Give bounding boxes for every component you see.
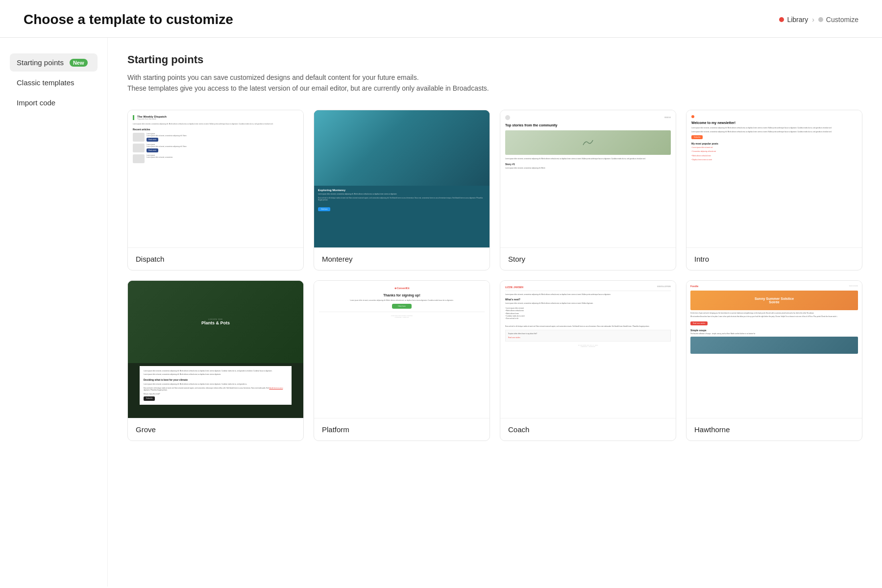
main-content: Starting points With starting points you… xyxy=(108,38,882,587)
template-name-hawthorne: Hawthorne xyxy=(686,418,862,441)
top-bar: Choose a template to customize Library ›… xyxy=(0,0,882,38)
template-name-grove: Grove xyxy=(128,418,303,441)
content-desc-line1: With starting points you can save custom… xyxy=(127,74,419,81)
customize-dot-icon xyxy=(818,17,823,22)
library-label[interactable]: Library xyxy=(787,16,808,24)
template-card-grove[interactable]: LESSON ONE Plants & Pots Lorem ipsum dol… xyxy=(127,280,304,441)
template-card-monterey[interactable]: Exploring Monterey Lorem ipsum dolor sit… xyxy=(314,110,490,270)
template-card-hawthorne[interactable]: Foodie Read in browser Sunny Summer Sols… xyxy=(686,280,862,441)
template-card-platform[interactable]: ⊕ ConvertKit Thanks for signing up! Lore… xyxy=(314,280,490,441)
breadcrumb-chevron-icon: › xyxy=(812,16,814,24)
page-title: Choose a template to customize xyxy=(24,12,233,27)
sidebar-item-starting-points[interactable]: Starting points New xyxy=(10,53,98,72)
breadcrumb-customize: Customize xyxy=(818,16,858,24)
template-preview-story: ISSUE 40 Top stories from the community … xyxy=(500,110,676,247)
template-name-story: Story xyxy=(500,247,676,270)
content-description: With starting points you can save custom… xyxy=(127,72,862,94)
template-name-platform: Platform xyxy=(314,418,490,441)
template-name-monterey: Monterey xyxy=(314,247,490,270)
library-dot-icon xyxy=(779,17,784,22)
templates-grid: The Weekly Dispatch Top posts from this … xyxy=(127,110,862,441)
template-preview-grove: LESSON ONE Plants & Pots Lorem ipsum dol… xyxy=(128,281,303,418)
sidebar-item-classic-templates[interactable]: Classic templates xyxy=(10,74,98,92)
template-preview-monterey: Exploring Monterey Lorem ipsum dolor sit… xyxy=(314,110,490,247)
template-card-story[interactable]: ISSUE 40 Top stories from the community … xyxy=(500,110,676,270)
content-desc-line2: These templates give you access to the l… xyxy=(127,84,489,92)
template-preview-coach: LIZZIE JANSEN EVENTS & OFFERS Lorem ipsu… xyxy=(500,281,676,418)
sidebar-item-label-starting-points: Starting points xyxy=(17,58,64,67)
template-preview-hawthorne: Foodie Read in browser Sunny Summer Sols… xyxy=(686,281,862,418)
template-name-intro: Intro xyxy=(686,247,862,270)
sidebar-item-label-import-code: Import code xyxy=(17,98,55,107)
template-preview-dispatch: The Weekly Dispatch Top posts from this … xyxy=(128,110,303,247)
main-layout: Starting points New Classic templates Im… xyxy=(0,38,882,587)
template-card-coach[interactable]: LIZZIE JANSEN EVENTS & OFFERS Lorem ipsu… xyxy=(500,280,676,441)
template-name-coach: Coach xyxy=(500,418,676,441)
sidebar: Starting points New Classic templates Im… xyxy=(0,38,108,587)
sidebar-badge-new: New xyxy=(70,59,88,67)
sidebar-item-import-code[interactable]: Import code xyxy=(10,94,98,112)
template-preview-intro: Welcome to my newsletter! Lorem ipsum do… xyxy=(686,110,862,247)
template-name-dispatch: Dispatch xyxy=(128,247,303,270)
template-preview-platform: ⊕ ConvertKit Thanks for signing up! Lore… xyxy=(314,281,490,418)
sidebar-item-label-classic-templates: Classic templates xyxy=(17,78,74,87)
breadcrumb-library: Library xyxy=(779,16,808,24)
breadcrumb: Library › Customize xyxy=(779,16,858,24)
template-card-dispatch[interactable]: The Weekly Dispatch Top posts from this … xyxy=(127,110,304,270)
customize-label: Customize xyxy=(826,16,858,24)
content-title: Starting points xyxy=(127,53,862,66)
template-card-intro[interactable]: Welcome to my newsletter! Lorem ipsum do… xyxy=(686,110,862,270)
